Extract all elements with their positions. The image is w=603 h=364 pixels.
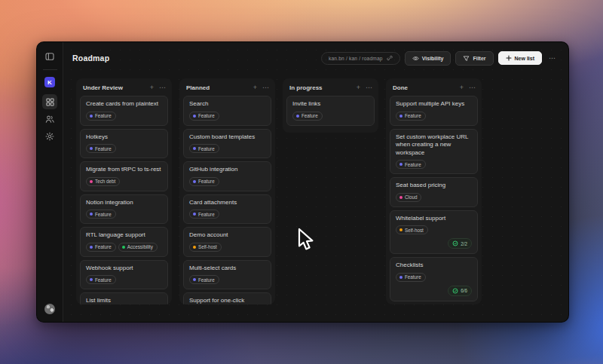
label-text: Feature xyxy=(302,113,318,118)
visibility-button[interactable]: Visibility xyxy=(405,51,451,66)
card-labels: FeatureAccessibility xyxy=(86,243,162,252)
label-pill: Feature xyxy=(292,112,323,121)
card-title: Webhook support xyxy=(86,265,162,273)
sidebar-divider xyxy=(43,69,57,70)
card-labels: Feature xyxy=(292,112,369,121)
card[interactable]: Notion integrationFeature xyxy=(80,194,168,225)
card[interactable]: HotkeysFeature xyxy=(80,129,168,159)
checklist-count: 6/6 xyxy=(461,288,467,293)
card-title: Migrate from tRPC to ts-rest xyxy=(86,166,162,174)
sidebar-item-settings[interactable] xyxy=(42,129,57,144)
column-menu-icon[interactable]: ⋯ xyxy=(159,84,166,91)
card[interactable]: Whitelabel supportSelf-host2/2 xyxy=(390,210,478,255)
label-pill: Feature xyxy=(396,273,426,282)
card[interactable]: RTL language supportFeatureAccessibility xyxy=(80,227,168,257)
label-pill: Feature xyxy=(86,112,116,121)
label-text: Feature xyxy=(95,277,112,283)
card-labels: Self-host xyxy=(189,243,265,252)
sidebar-item-boards[interactable] xyxy=(42,94,57,109)
header-more-button[interactable]: ⋯ xyxy=(546,55,558,62)
card[interactable]: Migrate from tRPC to ts-restTech debt xyxy=(80,161,168,191)
label-dot xyxy=(399,196,403,199)
card-labels: Feature xyxy=(86,275,162,284)
card[interactable]: Dashboard 2.0Feature xyxy=(390,304,478,305)
label-pill: Feature xyxy=(189,210,219,219)
card-labels: Feature xyxy=(86,112,162,121)
card[interactable]: Create cards from plaintextFeature xyxy=(80,96,168,126)
label-pill: Feature xyxy=(86,243,116,252)
checklist-badge: 2/2 xyxy=(448,238,472,249)
sidebar-item-members[interactable] xyxy=(42,112,57,127)
board: Under Review+⋯Create cards from plaintex… xyxy=(63,74,568,322)
card[interactable]: Set custom workplace URL when creating a… xyxy=(390,129,478,175)
add-card-icon[interactable]: + xyxy=(357,84,360,91)
card[interactable]: Support multiple API keysFeature xyxy=(390,96,478,126)
card[interactable]: Custom board templatesFeature xyxy=(183,129,271,159)
label-dot xyxy=(90,246,93,249)
sidebar-toggle-button[interactable] xyxy=(42,49,57,64)
label-pill: Feature xyxy=(396,160,426,169)
plus-icon xyxy=(506,55,512,61)
label-text: Feature xyxy=(198,146,215,151)
label-dot xyxy=(90,278,93,281)
new-list-button[interactable]: New list xyxy=(498,51,542,65)
card[interactable]: Seat based pricingCloud xyxy=(390,177,478,207)
checklist-badge: 6/6 xyxy=(448,286,472,296)
add-card-icon[interactable]: + xyxy=(253,84,257,91)
label-pill: Accessibility xyxy=(118,243,158,252)
column-menu-icon[interactable]: ⋯ xyxy=(366,84,372,91)
label-pill: Feature xyxy=(396,112,426,121)
label-dot xyxy=(122,246,125,249)
card-title: Checklists xyxy=(396,262,472,270)
eye-icon xyxy=(412,55,419,62)
workspace-avatar[interactable]: K xyxy=(44,77,55,87)
card[interactable]: Demo accountSelf-host xyxy=(183,227,271,257)
label-text: Feature xyxy=(95,113,112,118)
card[interactable]: ChecklistsFeature6/6 xyxy=(390,257,478,301)
card[interactable]: Webhook supportFeature xyxy=(80,260,168,290)
label-dot xyxy=(399,276,403,279)
card-labels: Feature xyxy=(86,144,162,153)
column-menu-icon[interactable]: ⋯ xyxy=(262,84,269,91)
board-column: Under Review+⋯Create cards from plaintex… xyxy=(76,78,172,304)
card[interactable]: SearchFeature xyxy=(183,96,271,126)
label-dot xyxy=(296,115,299,118)
label-dot xyxy=(90,115,93,118)
boards-grid-icon xyxy=(46,98,54,106)
card-title: RTL language support xyxy=(86,231,162,240)
label-text: Feature xyxy=(405,162,421,167)
board-header: Roadmap kan.bn / kan / roadmap Visibilit… xyxy=(63,42,568,74)
user-avatar[interactable] xyxy=(44,304,55,314)
column-title: In progress xyxy=(289,84,351,91)
card[interactable]: Support for one-click deployments via Co… xyxy=(183,292,271,304)
page-title: Roadmap xyxy=(72,54,109,63)
add-card-icon[interactable]: + xyxy=(150,84,154,91)
filter-label: Filter xyxy=(473,56,485,61)
checklist-row: 6/6 xyxy=(396,286,472,296)
card[interactable]: List limitsFeature xyxy=(80,292,168,304)
filter-button[interactable]: Filter xyxy=(455,51,493,66)
card-labels: Feature xyxy=(396,112,472,121)
column-menu-icon[interactable]: ⋯ xyxy=(469,84,476,91)
label-text: Feature xyxy=(405,113,421,118)
card[interactable]: Invite linksFeature xyxy=(286,96,375,126)
board-column: Done+⋯Support multiple API keysFeatureSe… xyxy=(386,78,482,304)
label-text: Self-host xyxy=(198,244,217,249)
label-pill: Feature xyxy=(189,112,219,121)
card-title: Invite links xyxy=(292,100,369,109)
label-pill: Self-host xyxy=(189,243,222,252)
column-header: Planned+⋯ xyxy=(183,82,271,96)
sidebar: K xyxy=(37,42,63,322)
card-title: Seat based pricing xyxy=(396,182,472,190)
desktop-wallpaper: K Roadmap kan.bn / kan / roadmap xyxy=(0,0,603,364)
card[interactable]: Card attachmentsFeature xyxy=(183,194,271,225)
label-text: Feature xyxy=(95,146,112,151)
label-dot xyxy=(193,115,196,118)
label-pill: Cloud xyxy=(396,193,421,202)
add-card-icon[interactable]: + xyxy=(460,84,464,91)
card[interactable]: GitHub integrationFeature xyxy=(183,161,271,191)
card-labels: Feature xyxy=(189,210,265,219)
column-title: Planned xyxy=(186,84,248,91)
card[interactable]: Multi-select cardsFeature xyxy=(183,260,271,290)
breadcrumb[interactable]: kan.bn / kan / roadmap xyxy=(321,52,400,65)
